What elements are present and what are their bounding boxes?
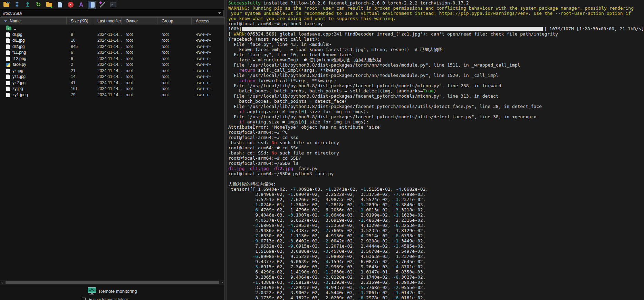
nav-folder-icon[interactable]: ↩	[2, 1, 10, 9]
terminal-line: if any(img.size ≠ imgs[0].size for img i…	[228, 119, 644, 124]
file-owner: root	[122, 68, 157, 74]
path-input[interactable]: /root/SSD/	[1, 11, 216, 16]
terminal-line: File "/usr/local/lib/python3.8/dist-pack…	[228, 73, 644, 78]
font-icon[interactable]: A	[77, 1, 85, 9]
file-name: dl.jpg	[12, 32, 22, 38]
terminal-line: File "/usr/local/lib/python3.8/dist-pack…	[228, 83, 644, 88]
terminal-line: 5.5251e-02, -7.6266e-03, 4.9873e-02, 4.5…	[228, 197, 644, 202]
follow-terminal-checkbox-row[interactable]: Follow terminal folder	[82, 298, 128, 300]
file-size: 8	[67, 32, 93, 38]
terminal-line: File "face.py", line 43, in <module>	[228, 42, 644, 47]
file-browser-panel: ↩↧↥↻+×A>_ /root/SSD/ NameSize (KB)Last m…	[0, 0, 224, 300]
file-group: root	[157, 56, 192, 62]
terminal-line: -1.4386e-03, -2.5812e-02, -3.1393e-03, 2…	[228, 280, 644, 285]
file-row[interactable]: dl2.jpg8452024-11-14...rootroot-rw-r--r-…	[0, 44, 224, 50]
file-row[interactable]: yz1.jpg142024-11-14...rootroot-rw-r--r--	[0, 74, 224, 80]
file-icon	[6, 81, 10, 85]
terminal-line: 3.3079e-02, -7.2923e-02, -9.9437e-03, -5…	[228, 285, 644, 290]
terminal-line: 4.0537e-02, 6.6627e-02, 3.6919e-02, -1.4…	[228, 218, 644, 223]
terminal-line: root@focal-arm64:~# python3 face.py	[228, 21, 644, 26]
terminal-line: root@focal-arm64:~/SSD# python3 face.py	[228, 171, 644, 176]
terminal-line: File "/usr/local/lib/python3.8/dist-pack…	[228, 93, 644, 99]
column-header-name[interactable]: Name	[0, 18, 67, 24]
file-row[interactable]: face.py22024-11-14...rootroot-rw-r--r--	[0, 62, 224, 68]
file-modified: 2024-11-14...	[93, 32, 122, 38]
file-row[interactable]: dl1.jpg102024-11-14...rootroot-rw-r--r--	[0, 38, 224, 44]
column-header-group[interactable]: Group	[157, 18, 192, 24]
terminal-line: -bash: cd: SSd: No such file or director…	[228, 150, 644, 156]
magic-wand-icon[interactable]	[98, 1, 107, 9]
file-row[interactable]: yz.jpg212024-11-14...rootroot-rw-r--r--	[0, 68, 224, 74]
terminal-line: -1.0246e-01, 1.3645e-02, 1.2818e-02, -1.…	[228, 202, 644, 207]
file-size: 14	[67, 74, 93, 80]
file-owner: root	[122, 56, 157, 62]
file-table-header: NameSize (KB)Last modifiedOwnerGroupAcce…	[0, 17, 224, 25]
checkbox-icon[interactable]	[82, 298, 86, 300]
file-access: -rw-r--r--	[192, 56, 224, 62]
file-access: -rw-r--r--	[192, 38, 224, 43]
download-icon[interactable]: ↧	[13, 1, 21, 9]
refresh-icon[interactable]: ↻	[34, 1, 42, 9]
file-row[interactable]: zy.jpg1612024-11-14...rootroot-rw-r--r--	[0, 86, 224, 92]
scroll-right-arrow[interactable]: ›	[220, 280, 224, 285]
file-group: root	[157, 74, 192, 80]
file-row[interactable]: f12.png62024-11-14...rootroot-rw-r--r--	[0, 56, 224, 62]
file-size: 41	[67, 80, 93, 86]
file-row[interactable]: dl.jpg82024-11-14...rootroot-rw-r--r--	[0, 32, 224, 38]
terminal-line: root@focal-arm64:~# cd SSd	[228, 145, 644, 150]
file-modified: 2024-11-14...	[93, 38, 122, 43]
file-row[interactable]: zy1.jpeg792024-11-14...rootroot-rw-r--r-…	[0, 92, 224, 98]
remote-monitoring-label: Remote monitoring	[99, 289, 137, 294]
terminal[interactable]: Successfully installed Pillow-10.2.0 fac…	[227, 0, 644, 300]
sort-descending-icon	[4, 20, 7, 22]
scrollbar-thumb[interactable]	[6, 281, 219, 284]
file-owner: root	[122, 62, 157, 68]
scroll-left-arrow[interactable]: ‹	[0, 280, 4, 285]
file-name: ..	[14, 26, 16, 31]
terminal-line: batch_boxes, batch_probs, batch_points =…	[228, 88, 644, 93]
upload-icon[interactable]: ↥	[23, 1, 32, 9]
terminal-line: 人脸对应的特征向量为:	[228, 181, 644, 187]
file-access: -rw-r--r--	[192, 68, 224, 74]
file-row[interactable]: f11.png62024-11-14...rootroot-rw-r--r--	[0, 50, 224, 56]
file-row[interactable]: yz2.jpg412024-11-14...rootroot-rw-r--r--	[0, 80, 224, 86]
file-row[interactable]: ..	[0, 26, 224, 32]
follow-terminal-label: Follow terminal folder	[89, 298, 128, 300]
terminal-line: 100%|| 107M/107M [1:28:30<00:00, 21.1kB/…	[228, 26, 644, 31]
progress-bar	[242, 27, 543, 31]
new-file-icon[interactable]	[56, 1, 64, 9]
remote-monitoring-button[interactable]: Remote monitoring	[0, 286, 224, 296]
terminal-line: WARNING: Running pip as the 'root' user …	[228, 6, 644, 11]
file-size: 10	[67, 38, 93, 43]
file-icon	[6, 87, 10, 91]
terminal-line: face = mtcnn(knownImg) # 使用mtcnn检测人脸，返回人…	[228, 57, 644, 62]
column-header-access[interactable]: Access	[192, 18, 224, 24]
new-folder-icon[interactable]: +	[45, 1, 53, 9]
terminal-line: 2.0322e-02, 3.9002e-02, 4.5440e-03, -3.2…	[228, 290, 644, 295]
file-modified: 2024-11-14...	[93, 56, 122, 62]
path-dropdown-button[interactable]	[216, 10, 223, 16]
delete-icon[interactable]: ×	[66, 1, 75, 9]
terminal-icon[interactable]: >_	[109, 1, 117, 9]
column-header-size-kb-[interactable]: Size (KB)	[67, 18, 93, 24]
column-header-last-modified[interactable]: Last modified	[93, 18, 122, 24]
file-access: -rw-r--r--	[192, 50, 224, 56]
terminal-line: File "/usr/local/lib/python3.8/dist-pack…	[228, 104, 644, 109]
file-icon	[6, 44, 10, 49]
terminal-line: 6.4290e-02, 1.4190e-01, -1.2630e-02, 1.0…	[228, 269, 644, 274]
file-name: yz1.jpg	[12, 74, 26, 80]
split-view-icon[interactable]	[88, 1, 96, 9]
terminal-line: you know what you are doing and want to …	[228, 16, 644, 21]
terminal-line: your system unusable.It is recommended t…	[228, 11, 644, 16]
file-group: root	[157, 68, 192, 74]
file-group: root	[157, 44, 192, 50]
horizontal-scrollbar[interactable]: ‹ ›	[0, 280, 224, 285]
column-header-owner[interactable]: Owner	[122, 18, 157, 24]
terminal-line: 8.1739e-02, 4.1622e-03, 2.0209e-02, -6.2…	[228, 295, 644, 300]
file-size: 161	[67, 86, 93, 92]
path-bar[interactable]: /root/SSD/	[1, 10, 224, 17]
file-owner: root	[122, 86, 157, 92]
terminal-line: AttributeError: 'NoneType' object has no…	[228, 124, 644, 130]
file-size: 79	[67, 92, 93, 98]
file-modified: 2024-11-14...	[93, 80, 122, 86]
